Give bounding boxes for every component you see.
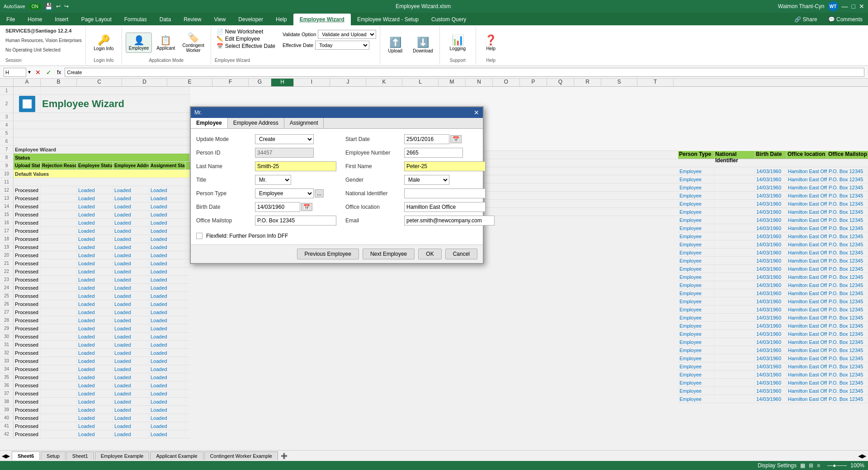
office-location-input[interactable] bbox=[404, 202, 486, 212]
tab-employee-wizard[interactable]: Employee Wizard bbox=[293, 14, 351, 25]
tab-data[interactable]: Data bbox=[153, 14, 177, 25]
cancel-btn[interactable]: Cancel bbox=[445, 249, 477, 259]
formula-input[interactable] bbox=[65, 68, 864, 77]
new-worksheet-btn[interactable]: 📄 New Worksheet bbox=[215, 28, 277, 35]
sheet-tab-sheet1[interactable]: Sheet1 bbox=[66, 451, 94, 460]
add-sheet-btn[interactable]: ◀▶ bbox=[2, 453, 10, 459]
col-i[interactable]: I bbox=[294, 79, 330, 86]
update-mode-select[interactable]: Create bbox=[255, 134, 314, 144]
dialog-tab-address[interactable]: Employee Address bbox=[228, 118, 284, 128]
person-type-dots-btn[interactable]: ... bbox=[315, 189, 324, 197]
col-j[interactable]: J bbox=[330, 79, 366, 86]
email-input[interactable] bbox=[404, 216, 495, 226]
col-g[interactable]: G bbox=[249, 79, 271, 86]
name-box[interactable] bbox=[4, 68, 26, 77]
employee-mode-btn[interactable]: 👤 Employee bbox=[126, 33, 152, 53]
tab-view[interactable]: View bbox=[208, 14, 232, 25]
sheet-tab-sheet6[interactable]: Sheet6 bbox=[12, 451, 40, 460]
window-maximize-icon[interactable]: □ bbox=[852, 3, 855, 10]
applicant-mode-btn[interactable]: 📋 Applicant bbox=[154, 33, 178, 52]
col-k[interactable]: K bbox=[366, 79, 402, 86]
login-info-btn[interactable]: 🔑 Login Info bbox=[91, 33, 116, 53]
col-l[interactable]: L bbox=[402, 79, 439, 86]
tab-file[interactable]: File bbox=[0, 14, 21, 25]
effective-date-dropdown[interactable]: Today bbox=[315, 41, 369, 50]
help-btn[interactable]: ❓ Help bbox=[480, 33, 502, 53]
last-name-input[interactable] bbox=[255, 161, 336, 171]
start-date-cal-btn[interactable]: 📅 bbox=[450, 135, 462, 143]
sheet-tab-applicant-example[interactable]: Applicant Example bbox=[150, 451, 203, 460]
start-date-input[interactable] bbox=[404, 134, 449, 144]
flexfield-checkbox[interactable] bbox=[196, 233, 203, 239]
sheet-tab-contingent[interactable]: Contingent Worker Example bbox=[204, 451, 278, 460]
col-m[interactable]: M bbox=[439, 79, 466, 86]
scroll-right-icon[interactable]: ▶ bbox=[862, 453, 866, 459]
edit-employee-btn[interactable]: ✏️ Edit Employee bbox=[215, 35, 277, 42]
col-a[interactable]: A bbox=[14, 79, 41, 86]
col-n[interactable]: N bbox=[466, 79, 493, 86]
sheet-tab-employee-example[interactable]: Employee Example bbox=[95, 451, 150, 460]
validate-dropdown[interactable]: Validate and Upload bbox=[318, 30, 376, 39]
col-r[interactable]: R bbox=[574, 79, 601, 86]
expand-name-box-icon[interactable]: ▼ bbox=[27, 70, 32, 75]
col-s[interactable]: S bbox=[601, 79, 637, 86]
display-settings-btn[interactable]: Display Settings bbox=[758, 462, 797, 469]
col-q[interactable]: Q bbox=[547, 79, 574, 86]
person-type-select[interactable]: Employee bbox=[255, 188, 314, 198]
sheet-tab-setup[interactable]: Setup bbox=[41, 451, 66, 460]
employee-number-input[interactable] bbox=[404, 148, 463, 158]
national-id-input[interactable] bbox=[404, 188, 486, 198]
contingent-worker-mode-btn[interactable]: 🏷️ ContingentWorker bbox=[179, 30, 207, 55]
col-p[interactable]: P bbox=[520, 79, 547, 86]
save-icon[interactable]: 💾 bbox=[45, 3, 52, 10]
tab-custom-query[interactable]: Custom Query bbox=[425, 14, 472, 25]
scroll-left-icon[interactable]: ◀ bbox=[858, 453, 862, 459]
col-t[interactable]: T bbox=[637, 79, 674, 86]
tab-help[interactable]: Help bbox=[269, 14, 293, 25]
dialog-tab-employee[interactable]: Employee bbox=[191, 118, 228, 128]
col-e[interactable]: E bbox=[167, 79, 212, 86]
tab-insert[interactable]: Insert bbox=[48, 14, 75, 25]
tab-review[interactable]: Review bbox=[177, 14, 208, 25]
download-btn[interactable]: ⬇️ Download bbox=[410, 35, 435, 55]
redo-icon[interactable]: ↪ bbox=[64, 3, 69, 9]
undo-icon[interactable]: ↩ bbox=[56, 3, 61, 9]
ok-btn[interactable]: OK bbox=[418, 249, 441, 259]
tab-employee-wizard-setup[interactable]: Employee Wizard - Setup bbox=[351, 14, 425, 25]
confirm-formula-icon[interactable]: ✓ bbox=[44, 69, 53, 76]
tab-formulas[interactable]: Formulas bbox=[118, 14, 153, 25]
insert-function-icon[interactable]: fx bbox=[55, 69, 63, 75]
dialog-tab-assignment[interactable]: Assignment bbox=[284, 118, 324, 128]
logging-btn[interactable]: 📊 Logging bbox=[446, 33, 469, 53]
share-btn[interactable]: 🔗 Share bbox=[789, 14, 822, 25]
birth-date-cal-btn[interactable]: 📅 bbox=[301, 203, 312, 211]
zoom-slider[interactable]: —●—— bbox=[827, 462, 847, 469]
tab-developer[interactable]: Developer bbox=[232, 14, 269, 25]
normal-view-icon[interactable]: ▦ bbox=[800, 462, 805, 469]
col-f[interactable]: F bbox=[212, 79, 249, 86]
birth-date-input[interactable] bbox=[255, 202, 300, 212]
dialog-close-btn[interactable]: ✕ bbox=[474, 109, 479, 116]
ribbon-minimize-icon[interactable]: — bbox=[842, 3, 848, 10]
add-sheet-icon[interactable]: ➕ bbox=[281, 453, 288, 459]
tab-page-layout[interactable]: Page Layout bbox=[75, 14, 118, 25]
autosave-toggle[interactable]: ON bbox=[29, 4, 41, 9]
page-layout-view-icon[interactable]: ⊞ bbox=[809, 462, 813, 469]
next-employee-btn[interactable]: Next Employee bbox=[363, 249, 415, 259]
col-o[interactable]: O bbox=[493, 79, 520, 86]
col-c[interactable]: C bbox=[77, 79, 122, 86]
comments-btn[interactable]: 💬 Comments bbox=[823, 14, 868, 25]
office-mailstop-input[interactable] bbox=[255, 216, 336, 226]
col-b[interactable]: B bbox=[41, 79, 77, 86]
first-name-input[interactable] bbox=[404, 161, 486, 171]
tab-home[interactable]: Home bbox=[21, 14, 48, 25]
upload-btn[interactable]: ⬆️ Upload bbox=[384, 35, 406, 55]
title-select[interactable]: Mr. bbox=[255, 175, 291, 185]
col-d[interactable]: D bbox=[122, 79, 167, 86]
window-close-icon[interactable]: ✕ bbox=[859, 3, 864, 10]
gender-select[interactable]: Male bbox=[404, 175, 449, 185]
page-break-view-icon[interactable]: ≡ bbox=[817, 462, 820, 469]
select-date-btn[interactable]: 📅 Select Effective Date bbox=[215, 42, 277, 50]
prev-employee-btn[interactable]: Previous Employee bbox=[297, 249, 359, 259]
col-h[interactable]: H bbox=[271, 79, 294, 86]
